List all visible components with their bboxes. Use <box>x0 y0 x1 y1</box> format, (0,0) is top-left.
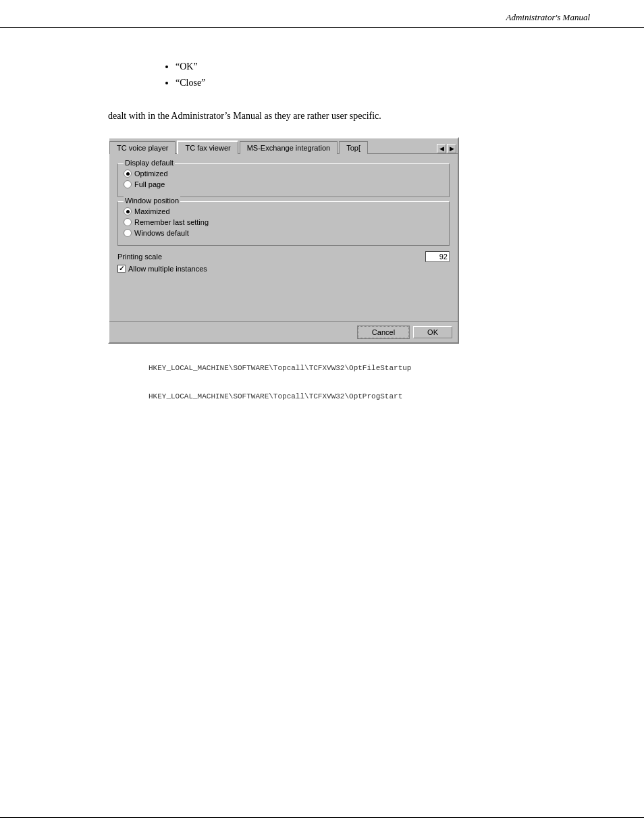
radio-remember-label: Remember last setting <box>134 218 209 226</box>
ok-button[interactable]: OK <box>413 326 452 338</box>
tab-scroll-right[interactable]: ▶ <box>447 144 456 153</box>
tab-top[interactable]: Top[ <box>339 141 368 154</box>
radio-maximized-dot <box>126 210 130 213</box>
list-item-ok: “OK” <box>176 61 536 72</box>
printing-scale-input[interactable] <box>425 251 450 262</box>
allow-multiple-row[interactable]: ✓ Allow multiple instances <box>117 265 450 273</box>
window-position-label: Window position <box>124 197 180 205</box>
radio-fullpage[interactable] <box>124 180 132 188</box>
dialog-footer: Cancel OK <box>109 321 458 342</box>
tab-ms-exchange[interactable]: MS-Exchange integration <box>240 141 338 154</box>
cancel-button[interactable]: Cancel <box>358 326 409 338</box>
radio-windefault-row[interactable]: Windows default <box>124 229 444 237</box>
page-footer <box>0 817 644 820</box>
radio-fullpage-row[interactable]: Full page <box>124 180 444 188</box>
tab-scroll-left[interactable]: ◀ <box>437 144 446 153</box>
radio-optimized[interactable] <box>124 170 132 178</box>
bullet-list: “OK” “Close” <box>149 61 536 88</box>
dialog-box: TC voice player TC fax viewer MS-Exchang… <box>108 137 459 344</box>
radio-maximized-label: Maximized <box>134 207 170 215</box>
radio-windefault[interactable] <box>124 229 132 237</box>
tab-tc-voice-player[interactable]: TC voice player <box>109 141 176 154</box>
content-area: “OK” “Close” dealt with in the Administr… <box>0 28 644 448</box>
radio-maximized-row[interactable]: Maximized <box>124 207 444 215</box>
display-default-group: Display default Optimized Full page <box>117 163 450 197</box>
tab-bar[interactable]: TC voice player TC fax viewer MS-Exchang… <box>109 138 458 154</box>
header-title: Administrator's Manual <box>506 12 590 23</box>
radio-maximized[interactable] <box>124 207 132 215</box>
display-default-label: Display default <box>124 159 175 167</box>
radio-remember[interactable] <box>124 218 132 226</box>
allow-multiple-label: Allow multiple instances <box>128 265 207 273</box>
printing-scale-label: Printing scale <box>117 253 162 261</box>
window-position-group: Window position Maximized Remember last … <box>117 201 450 246</box>
tab-scroll-btns: ◀ ▶ <box>436 144 458 153</box>
printing-scale-row: Printing scale <box>117 251 450 262</box>
dialog-body: Display default Optimized Full page Wind <box>109 154 458 281</box>
dialog-wrapper: TC voice player TC fax viewer MS-Exchang… <box>108 137 536 344</box>
paragraph-text: dealt with in the Administrator’s Manual… <box>108 109 536 124</box>
tab-tc-fax-viewer[interactable]: TC fax viewer <box>177 140 238 154</box>
checkmark-icon: ✓ <box>119 265 124 272</box>
allow-multiple-checkbox[interactable]: ✓ <box>117 265 126 273</box>
registry-path-2: HKEY_LOCAL_MACHINE\SOFTWARE\Topcall\TCFX… <box>149 392 536 400</box>
registry-path-1: HKEY_LOCAL_MACHINE\SOFTWARE\Topcall\TCFX… <box>149 364 536 372</box>
page-header: Administrator's Manual <box>0 0 644 28</box>
radio-windefault-label: Windows default <box>134 229 189 237</box>
list-item-close: “Close” <box>176 78 536 88</box>
radio-optimized-dot <box>126 172 130 176</box>
radio-remember-row[interactable]: Remember last setting <box>124 218 444 226</box>
radio-fullpage-label: Full page <box>134 180 165 188</box>
radio-optimized-row[interactable]: Optimized <box>124 170 444 178</box>
radio-optimized-label: Optimized <box>134 170 168 178</box>
